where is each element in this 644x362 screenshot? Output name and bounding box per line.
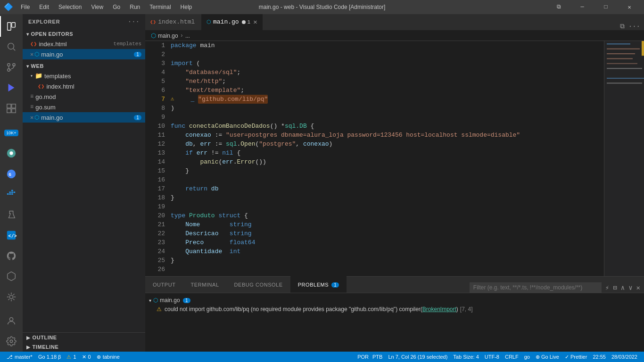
menu-file[interactable]: File	[17, 3, 33, 11]
problems-filter-input[interactable]	[470, 282, 602, 293]
menu-terminal[interactable]: Terminal	[146, 3, 174, 11]
docker-icon[interactable]	[0, 184, 23, 205]
sidebar-more-actions[interactable]: ···	[128, 18, 140, 25]
status-tabnine[interactable]: ⊕ tabnine	[94, 352, 123, 362]
status-line-endings[interactable]: CRLF	[502, 352, 521, 362]
status-prettier[interactable]: ✓ Prettier	[562, 352, 590, 362]
panel-down-icon[interactable]: ∨	[628, 284, 632, 292]
go-live-text: ⊕ Go Live	[536, 354, 559, 360]
menu-view[interactable]: View	[87, 3, 107, 11]
outline-label: OUTLINE	[33, 335, 57, 340]
status-branch[interactable]: ⎇ master*	[4, 352, 35, 362]
svg-rect-33	[607, 63, 637, 64]
menu-run[interactable]: Run	[126, 3, 144, 11]
chrome-icon[interactable]	[0, 143, 23, 164]
problem-link[interactable]: BrokenImport	[422, 306, 456, 313]
github-activity-icon[interactable]	[0, 246, 23, 266]
tab-close-button[interactable]: ✕	[253, 18, 257, 26]
minimize-button[interactable]: ─	[571, 0, 593, 14]
status-file-type[interactable]: go	[521, 352, 533, 362]
line-num-14: 14	[149, 157, 165, 166]
google-icon[interactable]: G	[0, 164, 23, 184]
split-editor-icon[interactable]: ⧉	[620, 23, 625, 30]
explorer-activity-icon[interactable]	[0, 16, 23, 37]
panel-tabs: OUTPUT TERMINAL DEBUG CONSOLE PROBLEMS 1…	[145, 277, 644, 293]
beaker-icon[interactable]	[0, 205, 23, 225]
breadcrumb-main-go[interactable]: main.go	[158, 33, 178, 39]
svg-text:</>: </>	[8, 234, 17, 239]
status-go-live[interactable]: ⊕ Go Live	[533, 352, 562, 362]
panel-tab-terminal[interactable]: TERMINAL	[183, 276, 227, 293]
menu-edit[interactable]: Edit	[35, 3, 53, 11]
line-num-15: 15	[149, 166, 165, 175]
package-icon[interactable]	[0, 266, 23, 287]
code-line-20: type Produto struct {	[171, 211, 602, 220]
panel-tab-debug-console[interactable]: DEBUG CONSOLE	[227, 276, 290, 293]
vscode-icon[interactable]: </>	[0, 225, 23, 246]
status-bar: ⎇ master* Go 1.18 β ⚠ 1 ✕ 0 ⊕ tabnine PO…	[0, 352, 644, 362]
status-encoding[interactable]: UTF-8	[482, 352, 502, 362]
time-text: 22:55	[593, 354, 606, 360]
templates-name: templates	[44, 73, 145, 80]
language-text: POR	[357, 354, 369, 360]
run-debug-activity-icon[interactable]	[0, 78, 23, 99]
problem-group-header[interactable]: ▾ ⬡ main.go 1	[149, 296, 640, 304]
search-activity-icon[interactable]	[0, 37, 23, 58]
outline-section[interactable]: ▶ OUTLINE	[23, 333, 145, 342]
go-sum-file[interactable]: ≡ go.sum	[23, 102, 145, 112]
filter-icon[interactable]: ⚡	[605, 284, 609, 292]
maximize-button[interactable]: □	[595, 0, 617, 14]
status-tab-size[interactable]: Tab Size: 4	[450, 352, 481, 362]
open-editor-index-html[interactable]: ❮❯ index.html templates	[23, 39, 145, 49]
status-warnings[interactable]: ⚠ 1	[64, 352, 79, 362]
svg-rect-20	[11, 192, 13, 193]
web-section[interactable]: ▾ WEB	[23, 61, 145, 71]
menu-help[interactable]: Help	[177, 3, 196, 11]
web-index-html[interactable]: ❮❯ index.html	[23, 81, 145, 91]
breadcrumb-ellipsis[interactable]: ...	[185, 33, 190, 39]
open-editor-main-go[interactable]: ✕ ⬡ main.go 1	[23, 49, 145, 59]
more-actions-icon[interactable]: ···	[628, 23, 640, 30]
status-language-mode[interactable]: POR PTB	[355, 352, 385, 362]
timeline-section[interactable]: ▶ TIMELINE	[23, 342, 145, 352]
panel-tab-problems[interactable]: PROBLEMS 1	[290, 276, 347, 293]
source-icon[interactable]	[0, 287, 23, 307]
svg-rect-32	[607, 58, 633, 59]
status-errors[interactable]: ✕ 0	[79, 352, 94, 362]
close-main-go-icon[interactable]: ✕	[30, 51, 33, 58]
svg-point-13	[9, 151, 13, 155]
settings-activity-icon[interactable]	[0, 331, 23, 352]
go-mod-file[interactable]: ≡ go.mod	[23, 91, 145, 102]
status-go-version[interactable]: Go 1.18 β	[35, 352, 64, 362]
tab-main-go[interactable]: ⬡ main.go 1 ✕	[202, 14, 263, 30]
menu-selection[interactable]: Selection	[55, 3, 85, 11]
hint-icon-line7: ⚠	[171, 95, 174, 104]
open-editors-section[interactable]: ▾ OPEN EDITORS	[23, 29, 145, 39]
line-num-11: 11	[149, 131, 165, 140]
web-main-go[interactable]: ✕ ⬡ main.go 1	[23, 112, 145, 123]
svg-text:G: G	[9, 172, 12, 177]
menu-go[interactable]: Go	[109, 3, 124, 11]
templates-folder[interactable]: ▾ 📁 templates	[23, 71, 145, 81]
code-content[interactable]: package main import ( "database/sql"; "n…	[169, 41, 604, 276]
breadcrumb: ⬡ main.go › ...	[145, 31, 644, 41]
activity-bar: 10K+ G </>	[0, 14, 23, 352]
open-editors-chevron: ▾	[26, 32, 29, 37]
close-button[interactable]: ✕	[619, 0, 640, 14]
status-cursor-position[interactable]: Ln 7, Col 26 (19 selected)	[385, 352, 450, 362]
accounts-activity-icon[interactable]	[0, 311, 23, 331]
tab-index-html[interactable]: ❮❯ index.html	[145, 14, 202, 30]
collapse-all-icon[interactable]: ⊟	[613, 284, 617, 292]
layout-icon[interactable]: ⧉	[548, 0, 570, 14]
extensions-activity-icon[interactable]	[0, 98, 23, 119]
source-control-activity-icon[interactable]	[0, 57, 23, 78]
web-main-go-name: main.go	[41, 114, 134, 121]
panel-tab-output[interactable]: OUTPUT	[145, 276, 183, 293]
minimap[interactable]	[604, 41, 644, 276]
panel-close-icon[interactable]: ✕	[636, 284, 640, 292]
svg-rect-37	[642, 41, 644, 56]
problem-warn-icon: ⚠	[157, 306, 162, 313]
open-editor-main-go-name: main.go	[41, 51, 134, 58]
panel-up-icon[interactable]: ∧	[621, 284, 625, 292]
svg-point-27	[10, 340, 13, 343]
